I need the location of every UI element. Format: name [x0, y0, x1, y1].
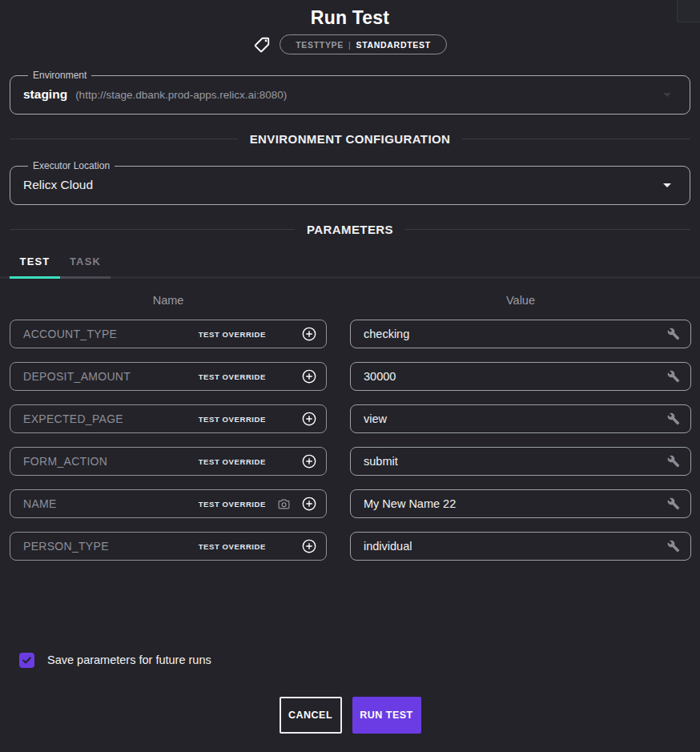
add-override-icon[interactable]	[301, 538, 317, 554]
wrench-icon[interactable]	[667, 540, 680, 553]
test-override-label: TEST OVERRIDE	[199, 415, 266, 424]
column-header-name: Name	[10, 294, 327, 307]
tab-test[interactable]: TEST	[10, 249, 60, 279]
executor-location-select[interactable]: Executor Location Relicx Cloud	[10, 160, 690, 205]
chevron-down-icon	[658, 175, 677, 195]
environment-select-label: Environment	[28, 70, 91, 81]
table-row: FORM_ACTION TEST OVERRIDE submit	[10, 447, 690, 476]
parameters-divider: PARAMETERS	[10, 222, 690, 236]
param-name-text: ACCOUNT_TYPE	[23, 328, 117, 340]
tab-task[interactable]: TASK	[60, 249, 111, 279]
environment-configuration-title: ENVIRONMENT CONFIGURATION	[250, 132, 451, 146]
table-row: ACCOUNT_TYPE TEST OVERRIDE checking	[10, 320, 690, 348]
add-override-icon[interactable]	[301, 368, 317, 384]
environment-configuration-divider: ENVIRONMENT CONFIGURATION	[10, 131, 690, 146]
param-name-field[interactable]: EXPECTED_PAGE TEST OVERRIDE	[10, 404, 327, 433]
chevron-down-icon	[658, 85, 677, 104]
param-name-text: FORM_ACTION	[23, 455, 107, 468]
param-value-text: checking	[364, 328, 409, 340]
param-value-field[interactable]: submit	[350, 447, 691, 476]
add-override-icon[interactable]	[301, 411, 317, 427]
test-override-label: TEST OVERRIDE	[199, 372, 266, 381]
param-name-text: DEPOSIT_AMOUNT	[23, 370, 131, 383]
wrench-icon[interactable]	[667, 497, 680, 510]
test-type-badge-row: TESTTYPE | STANDARDTEST	[0, 34, 700, 55]
test-override-label: TEST OVERRIDE	[199, 330, 266, 339]
param-name-field[interactable]: ACCOUNT_TYPE TEST OVERRIDE	[10, 320, 327, 348]
param-value-field[interactable]: view	[350, 404, 691, 433]
table-row: NAME TEST OVERRIDE My New Name 22	[10, 489, 690, 518]
save-parameters-row: Save parameters for future runs	[19, 652, 700, 668]
param-name-text: NAME	[23, 497, 57, 510]
run-test-button[interactable]: RUN TEST	[352, 697, 421, 734]
wrench-icon[interactable]	[667, 455, 680, 468]
add-override-icon[interactable]	[301, 326, 317, 342]
param-value-field[interactable]: 30000	[350, 362, 691, 391]
param-value-text: individual	[364, 540, 412, 553]
test-type-badge: TESTTYPE | STANDARDTEST	[280, 34, 447, 54]
param-value-field[interactable]: individual	[350, 532, 691, 561]
save-parameters-checkbox[interactable]	[19, 653, 34, 668]
action-buttons: CANCEL RUN TEST	[0, 697, 700, 734]
environment-value: staging	[23, 87, 67, 102]
table-row: DEPOSIT_AMOUNT TEST OVERRIDE 30000	[10, 362, 690, 391]
param-name-field[interactable]: NAME TEST OVERRIDE	[10, 489, 327, 518]
param-value-text: submit	[364, 455, 398, 468]
test-override-label: TEST OVERRIDE	[199, 500, 266, 509]
executor-location-label: Executor Location	[28, 160, 115, 171]
parameter-rows: ACCOUNT_TYPE TEST OVERRIDE checking DEPO…	[0, 320, 700, 561]
cancel-button[interactable]: CANCEL	[280, 697, 342, 734]
test-override-label: TEST OVERRIDE	[199, 542, 266, 551]
param-value-text: 30000	[364, 370, 396, 383]
param-value-text: My New Name 22	[364, 497, 456, 510]
environment-select[interactable]: Environment staging (http://stage.dbank.…	[10, 70, 690, 115]
test-override-label: TEST OVERRIDE	[199, 457, 266, 466]
save-parameters-label: Save parameters for future runs	[47, 653, 211, 666]
wrench-icon[interactable]	[667, 328, 680, 340]
wrench-icon[interactable]	[667, 412, 680, 425]
column-headers: Name Value	[10, 294, 690, 307]
add-override-icon[interactable]	[301, 496, 317, 512]
environment-url: (http://stage.dbank.prod-apps.relicx.ai:…	[75, 89, 287, 101]
table-row: EXPECTED_PAGE TEST OVERRIDE view	[10, 404, 690, 433]
table-row: PERSON_TYPE TEST OVERRIDE individual	[10, 532, 690, 561]
param-value-field[interactable]: My New Name 22	[350, 489, 691, 518]
badge-type-label: TESTTYPE	[296, 40, 344, 50]
param-value-text: view	[364, 412, 387, 425]
param-name-field[interactable]: PERSON_TYPE TEST OVERRIDE	[10, 532, 327, 561]
executor-location-value: Relicx Cloud	[23, 178, 93, 192]
page-title: Run Test	[0, 0, 700, 29]
badge-value-label: STANDARDTEST	[356, 40, 430, 50]
param-name-field[interactable]: DEPOSIT_AMOUNT TEST OVERRIDE	[10, 362, 327, 391]
parameters-tabs: TEST TASK	[0, 249, 700, 279]
wrench-icon[interactable]	[667, 370, 680, 383]
param-name-text: EXPECTED_PAGE	[23, 412, 123, 425]
badge-separator: |	[348, 40, 351, 50]
add-override-icon[interactable]	[301, 453, 317, 469]
param-name-field[interactable]: FORM_ACTION TEST OVERRIDE	[10, 447, 327, 476]
param-name-text: PERSON_TYPE	[23, 540, 109, 553]
scrollbar-thumb[interactable]	[677, 0, 700, 22]
camera-icon[interactable]	[277, 497, 291, 511]
param-value-field[interactable]: checking	[350, 320, 691, 348]
column-header-value: Value	[350, 294, 691, 307]
tag-icon	[253, 36, 271, 54]
parameters-title: PARAMETERS	[307, 223, 393, 236]
